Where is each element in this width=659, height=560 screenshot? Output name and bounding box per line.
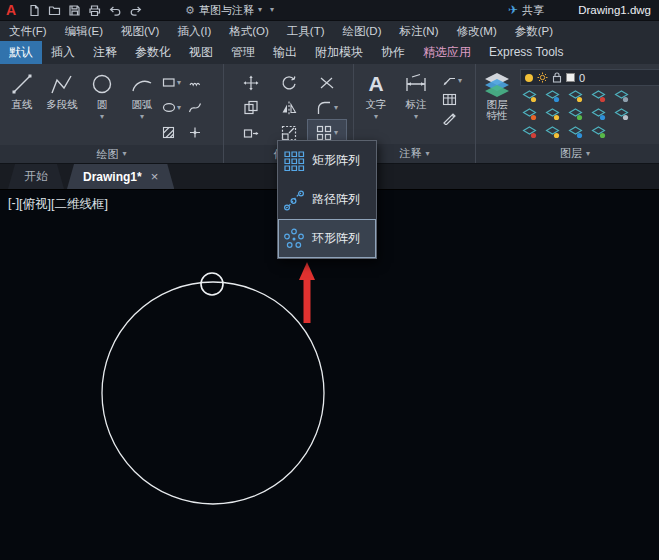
drawn-circle-large xyxy=(102,282,324,504)
array-dropdown-menu: 矩形阵列 路径阵列 环形阵列 xyxy=(277,140,377,259)
menu-file[interactable]: 文件(F) xyxy=(0,21,56,42)
mirror-tool[interactable] xyxy=(270,95,308,120)
revision-cloud-tool[interactable] xyxy=(188,70,212,95)
menu-item-path-array[interactable]: 路径阵列 xyxy=(278,180,376,219)
chevron-down-icon: ▾ xyxy=(374,113,378,121)
quick-access-toolbar xyxy=(28,4,143,17)
spline-tool[interactable] xyxy=(188,95,212,120)
markup-tool[interactable] xyxy=(442,112,462,125)
layer-dropdown[interactable]: 0 ▾ xyxy=(520,69,659,86)
plot-icon[interactable] xyxy=(88,4,101,17)
menu-dimension[interactable]: 标注(N) xyxy=(391,21,448,42)
layer-tool-icon[interactable] xyxy=(545,126,560,139)
hatch-tool[interactable] xyxy=(162,120,188,145)
layer-tool-icon[interactable] xyxy=(522,90,537,103)
ribbon-tab-annotate[interactable]: 注释 xyxy=(84,41,126,64)
layer-tool-icon[interactable] xyxy=(591,108,606,121)
circle-tool-label: 圆 xyxy=(97,98,108,112)
line-tool-label: 直线 xyxy=(12,98,33,112)
share-label: 共享 xyxy=(522,3,544,18)
share-button[interactable]: ✈ 共享 xyxy=(508,3,544,18)
lightbulb-icon xyxy=(525,74,533,82)
layers-panel-label[interactable]: 图层 ▾ xyxy=(476,144,659,163)
layer-tool-icon[interactable] xyxy=(522,108,537,121)
ribbon-tab-parametric[interactable]: 参数化 xyxy=(126,41,180,64)
dimension-tool-label: 标注 xyxy=(406,98,427,112)
circle-tool[interactable]: 圆 ▾ xyxy=(82,66,122,145)
copy-tool[interactable] xyxy=(232,95,270,120)
ribbon-tab-home[interactable]: 默认 xyxy=(0,41,42,64)
arc-tool[interactable]: 圆弧 ▾ xyxy=(122,66,162,145)
ribbon-tab-manage[interactable]: 管理 xyxy=(222,41,264,64)
draw-mini-tools: ▾ ▾ xyxy=(162,66,212,145)
layer-tool-icon[interactable] xyxy=(568,108,583,121)
undo-icon[interactable] xyxy=(108,4,122,17)
ribbon-tab-collaborate[interactable]: 协作 xyxy=(372,41,414,64)
layer-tool-icon[interactable] xyxy=(522,126,537,139)
ribbon-tab-insert[interactable]: 插入 xyxy=(42,41,84,64)
ribbon-tab-view[interactable]: 视图 xyxy=(180,41,222,64)
menu-modify[interactable]: 修改(M) xyxy=(447,21,505,42)
fillet-tool[interactable]: ▾ xyxy=(308,95,346,120)
ribbon-tab-addins[interactable]: 附加模块 xyxy=(306,41,372,64)
layer-tool-icon[interactable] xyxy=(591,90,606,103)
menu-format[interactable]: 格式(O) xyxy=(220,21,278,42)
viewport-minimize-control[interactable]: [-] xyxy=(8,196,19,213)
layer-tool-icon[interactable] xyxy=(545,90,560,103)
title-bar: A ⚙ 草图与注释 ▾ ▾ ✈ 共享 Drawing1.dwg xyxy=(0,0,659,20)
menu-view[interactable]: 视图(V) xyxy=(112,21,168,42)
leader-tool[interactable]: ▾ xyxy=(442,74,462,87)
file-tab-drawing1[interactable]: Drawing1* × xyxy=(67,164,174,189)
chevron-down-icon: ▾ xyxy=(425,150,429,158)
polyline-tool[interactable]: 多段线 xyxy=(42,66,82,145)
viewport-visual-style-control[interactable]: [二维线框] xyxy=(51,196,108,213)
quick-access-more-icon[interactable]: ▾ xyxy=(270,6,274,14)
layer-properties-label-2: 特性 xyxy=(487,110,508,121)
move-tool[interactable] xyxy=(232,70,270,95)
rectangle-tool[interactable]: ▾ xyxy=(162,70,188,95)
text-tool[interactable]: A 文字 ▾ xyxy=(356,66,396,144)
draw-panel-label[interactable]: 绘图 ▾ xyxy=(0,145,223,163)
ribbon-tab-express-tools[interactable]: Express Tools xyxy=(480,41,572,64)
gear-icon: ⚙ xyxy=(185,4,195,17)
layer-tool-icon[interactable] xyxy=(545,108,560,121)
open-file-icon[interactable] xyxy=(48,4,61,17)
stretch-tool[interactable] xyxy=(232,120,270,145)
menu-tools[interactable]: 工具(T) xyxy=(278,21,334,42)
dimension-tool[interactable]: 标注 ▾ xyxy=(396,66,436,144)
line-tool[interactable]: 直线 xyxy=(2,66,42,145)
chevron-down-icon: ▾ xyxy=(258,6,262,14)
layers-panel: 图层 特性 0 ▾ xyxy=(476,64,659,163)
menu-draw[interactable]: 绘图(D) xyxy=(334,21,391,42)
menu-item-polar-array[interactable]: 环形阵列 xyxy=(278,219,376,258)
table-tool[interactable] xyxy=(442,93,462,106)
menu-item-rectangular-array[interactable]: 矩形阵列 xyxy=(278,141,376,180)
layer-properties-button[interactable]: 图层 特性 xyxy=(478,66,516,144)
menu-edit[interactable]: 编辑(E) xyxy=(56,21,112,42)
rotate-tool[interactable] xyxy=(270,70,308,95)
redo-icon[interactable] xyxy=(129,4,143,17)
red-arrow-annotation xyxy=(299,262,315,323)
ribbon-tab-output[interactable]: 输出 xyxy=(264,41,306,64)
layer-tool-icon[interactable] xyxy=(591,126,606,139)
app-menu-button[interactable]: A xyxy=(6,0,20,20)
file-tab-start[interactable]: 开始 xyxy=(8,164,64,189)
ellipse-tool[interactable]: ▾ xyxy=(162,95,188,120)
trim-tool[interactable] xyxy=(308,70,346,95)
chevron-down-icon: ▾ xyxy=(177,104,181,112)
ribbon-tab-featured-apps[interactable]: 精选应用 xyxy=(414,41,480,64)
layer-tool-icon[interactable] xyxy=(614,108,629,121)
menu-insert[interactable]: 插入(I) xyxy=(168,21,220,42)
point-tool[interactable] xyxy=(188,120,212,145)
close-icon[interactable]: × xyxy=(151,169,159,184)
menu-parametric[interactable]: 参数(P) xyxy=(506,21,562,42)
layer-tool-icon[interactable] xyxy=(568,126,583,139)
draw-panel: 直线 多段线 圆 ▾ 圆弧 ▾ ▾ xyxy=(0,64,224,163)
layer-tool-icon[interactable] xyxy=(568,90,583,103)
new-file-icon[interactable] xyxy=(28,4,41,17)
layer-tool-row xyxy=(520,124,659,140)
workspace-switcher[interactable]: ⚙ 草图与注释 ▾ xyxy=(185,3,262,18)
save-icon[interactable] xyxy=(68,4,81,17)
layer-tool-icon[interactable] xyxy=(614,90,629,103)
viewport-view-control[interactable]: [俯视] xyxy=(19,196,51,213)
